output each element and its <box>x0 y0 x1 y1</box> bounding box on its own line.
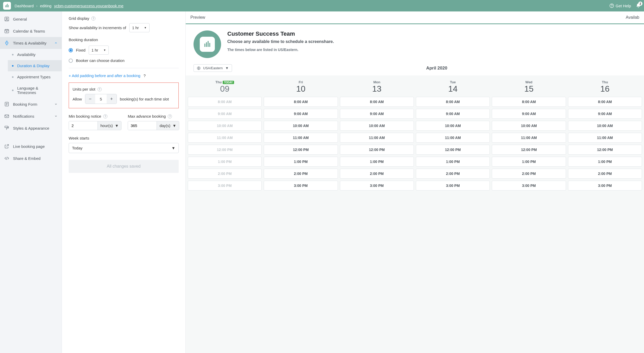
time-slot[interactable]: 11:00 AM <box>568 133 642 143</box>
time-slot[interactable]: 12:00 PM <box>340 145 414 155</box>
sidebar-item-booking-form[interactable]: Booking Form <box>0 98 62 110</box>
get-help-button[interactable]: Get Help <box>609 3 631 8</box>
time-slot[interactable]: 11:00 AM <box>492 133 566 143</box>
time-slot[interactable]: 3:00 PM <box>340 181 414 191</box>
sidebar-label: Styles & Appearance <box>13 126 49 130</box>
sidebar-label: Live booking page <box>13 144 45 149</box>
time-slot[interactable]: 8:00 AM <box>416 97 490 107</box>
help-icon[interactable]: ? <box>144 73 146 78</box>
time-slot[interactable]: 10:00 AM <box>568 121 642 131</box>
time-slot[interactable]: 10:00 AM <box>492 121 566 131</box>
time-slot[interactable]: 12:00 PM <box>416 145 490 155</box>
time-slot: 1:00 PM <box>188 157 262 167</box>
sidebar-item-appointment[interactable]: Appointment Types <box>8 71 62 83</box>
time-slot[interactable]: 11:00 AM <box>340 133 414 143</box>
add-padding-link[interactable]: + Add padding before and after a booking <box>69 73 140 78</box>
increments-select[interactable]: 1 hr▼ <box>129 23 150 32</box>
sidebar-item-times[interactable]: Times & Availability <box>0 37 62 49</box>
radio-fixed[interactable] <box>69 48 73 52</box>
time-slot[interactable]: 1:00 PM <box>492 157 566 167</box>
week-starts-select[interactable]: Today▼ <box>69 143 179 153</box>
time-slot[interactable]: 2:00 PM <box>340 169 414 179</box>
time-slot[interactable]: 12:00 PM <box>568 145 642 155</box>
time-slot[interactable]: 2:00 PM <box>416 169 490 179</box>
external-link-icon <box>4 144 9 149</box>
radio-booker-choose[interactable] <box>69 59 73 63</box>
max-advance-label: Max advance booking <box>128 114 166 118</box>
max-advance-unit-select[interactable]: day(s)▼ <box>157 121 179 130</box>
sidebar-item-availability[interactable]: Availability <box>8 49 62 60</box>
time-slot[interactable]: 12:00 PM <box>264 145 338 155</box>
svg-rect-15 <box>206 42 207 47</box>
sidebar-item-styles[interactable]: Styles & Appearance <box>0 122 62 134</box>
decrement-button[interactable]: − <box>85 94 95 104</box>
sidebar-item-share[interactable]: Share & Embed <box>0 152 62 164</box>
week-starts-label: Week starts <box>69 136 89 140</box>
time-slot[interactable]: 8:00 AM <box>340 97 414 107</box>
app-logo[interactable] <box>3 2 11 10</box>
time-slot: 10:00 AM <box>188 121 262 131</box>
time-slot[interactable]: 9:00 AM <box>340 109 414 119</box>
time-slot[interactable]: 3:00 PM <box>492 181 566 191</box>
time-slot[interactable]: 1:00 PM <box>568 157 642 167</box>
sidebar-item-language[interactable]: Language & Timezones <box>8 83 62 98</box>
day-column: Tue148:00 AM9:00 AM10:00 AM11:00 AM12:00… <box>416 78 490 193</box>
time-slot[interactable]: 10:00 AM <box>340 121 414 131</box>
help-icon[interactable]: ? <box>91 16 95 21</box>
day-of-week: Thu <box>568 80 642 84</box>
min-notice-input[interactable] <box>69 121 98 130</box>
time-slot[interactable]: 11:00 AM <box>264 133 338 143</box>
time-slot[interactable]: 2:00 PM <box>264 169 338 179</box>
time-slot[interactable]: 3:00 PM <box>416 181 490 191</box>
page-url-link[interactable]: ycbm-customersuccess.youcanbook.me <box>54 4 124 8</box>
booking-duration-label: Booking duration <box>69 37 98 42</box>
svg-point-7 <box>6 18 8 19</box>
help-icon[interactable]: ? <box>168 114 172 118</box>
time-slot[interactable]: 10:00 AM <box>264 121 338 131</box>
time-slot[interactable]: 1:00 PM <box>340 157 414 167</box>
sidebar-item-notifications[interactable]: Notifications <box>0 110 62 122</box>
time-slot[interactable]: 8:00 AM <box>264 97 338 107</box>
chevron-right-icon: › <box>36 4 37 8</box>
sidebar-item-duration[interactable]: Duration & Display <box>8 60 62 71</box>
notifications-button[interactable]: 2 <box>636 3 641 8</box>
svg-rect-13 <box>5 126 8 128</box>
time-slot[interactable]: 2:00 PM <box>568 169 642 179</box>
time-slot[interactable]: 8:00 AM <box>492 97 566 107</box>
time-slot[interactable]: 8:00 AM <box>568 97 642 107</box>
timezone-select[interactable]: USA/Eastern ▼ <box>194 64 232 72</box>
tab-preview[interactable]: Preview <box>186 11 210 23</box>
calendar-icon <box>4 28 9 34</box>
time-slot[interactable]: 9:00 AM <box>416 109 490 119</box>
day-of-week: Fri <box>264 80 338 84</box>
units-per-slot-label: Units per slot <box>73 87 95 91</box>
preview-subtitle: Choose any available time to schedule a … <box>227 39 334 44</box>
increment-button[interactable]: + <box>107 94 117 104</box>
time-slot[interactable]: 10:00 AM <box>416 121 490 131</box>
time-slot[interactable]: 9:00 AM <box>492 109 566 119</box>
help-icon[interactable]: ? <box>103 114 107 118</box>
time-slot[interactable]: 1:00 PM <box>264 157 338 167</box>
time-slot: 9:00 AM <box>188 109 262 119</box>
time-slot[interactable]: 1:00 PM <box>416 157 490 167</box>
time-slot[interactable]: 11:00 AM <box>416 133 490 143</box>
time-slot[interactable]: 2:00 PM <box>492 169 566 179</box>
time-slot[interactable]: 9:00 AM <box>568 109 642 119</box>
sidebar-item-live-booking[interactable]: Live booking page <box>0 140 62 152</box>
dashboard-link[interactable]: Dashboard <box>15 4 34 8</box>
day-number: 13 <box>340 84 414 94</box>
tab-availability[interactable]: Availab <box>621 11 644 23</box>
sidebar-item-general[interactable]: General <box>0 13 62 25</box>
fixed-duration-select[interactable]: 1 hr▼ <box>89 46 109 55</box>
time-slot[interactable]: 3:00 PM <box>264 181 338 191</box>
time-slot[interactable]: 9:00 AM <box>264 109 338 119</box>
sidebar-item-calendar[interactable]: Calendar & Teams <box>0 25 62 37</box>
fixed-label: Fixed <box>76 48 86 52</box>
time-slot[interactable]: 3:00 PM <box>568 181 642 191</box>
help-icon[interactable]: ? <box>98 87 102 91</box>
settings-panel: Grid display? Show availability in incre… <box>62 11 185 353</box>
day-number: 09 <box>188 84 262 94</box>
min-notice-unit-select[interactable]: hour(s)▼ <box>98 121 121 130</box>
time-slot[interactable]: 12:00 PM <box>492 145 566 155</box>
max-advance-input[interactable] <box>128 121 157 130</box>
